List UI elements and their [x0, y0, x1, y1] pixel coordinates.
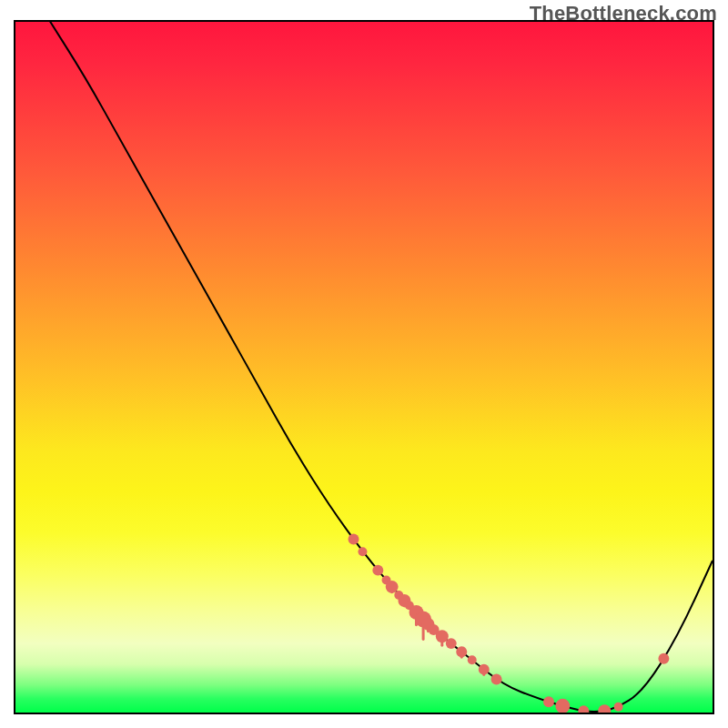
data-marker	[468, 655, 477, 664]
bottleneck-curve	[15, 22, 713, 712]
data-marker	[479, 664, 490, 675]
data-marker	[456, 646, 467, 657]
plot-overlay	[15, 22, 713, 713]
plot-frame	[14, 20, 714, 714]
chart-container: TheBottleneck.com	[0, 0, 728, 728]
data-marker	[358, 547, 367, 556]
data-marker	[446, 638, 457, 649]
data-marker	[372, 565, 383, 576]
data-marker	[658, 653, 669, 664]
data-marker	[614, 703, 623, 712]
data-marker	[598, 704, 611, 713]
data-marker	[491, 674, 502, 685]
data-marker	[386, 581, 399, 593]
data-marker	[543, 696, 554, 707]
data-marker	[555, 699, 570, 713]
data-marker	[578, 705, 589, 713]
data-marker	[349, 534, 359, 545]
